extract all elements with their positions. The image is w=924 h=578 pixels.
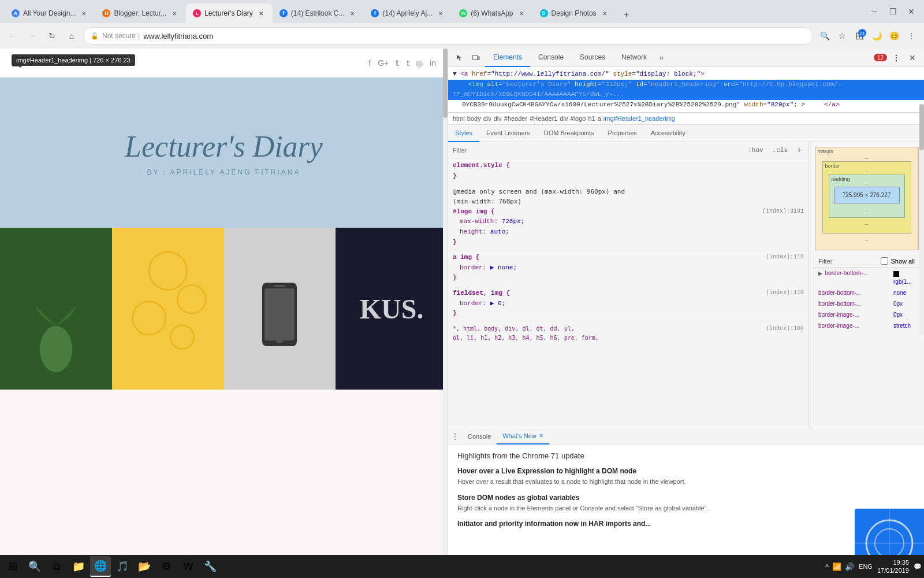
tab-close-2[interactable]: ✕ bbox=[170, 9, 179, 18]
explorer2-button[interactable]: 📂 bbox=[134, 556, 155, 577]
more-tabs-button[interactable]: » bbox=[655, 49, 668, 67]
instagram-icon[interactable]: ◎ bbox=[416, 58, 423, 68]
restore-button[interactable]: ❐ bbox=[885, 3, 901, 20]
whats-new-close[interactable]: ✕ bbox=[539, 432, 543, 439]
more-menu-icon[interactable]: ⋮ bbox=[903, 28, 919, 44]
breadcrumb-a[interactable]: a bbox=[598, 115, 601, 122]
thumbnail-4[interactable]: KUS. bbox=[336, 228, 448, 390]
dom-breakpoints-tab[interactable]: DOM Breakpoints bbox=[537, 125, 601, 142]
network-tab[interactable]: Network bbox=[613, 49, 655, 67]
browser-tab-5[interactable]: f (14) Aprilely Aj... ✕ bbox=[364, 3, 452, 23]
scrollbar-thumb[interactable] bbox=[443, 49, 448, 118]
tab-close-6[interactable]: ✕ bbox=[517, 9, 526, 18]
start-button[interactable]: ⊞ bbox=[2, 556, 23, 577]
breadcrumb-html[interactable]: html bbox=[453, 115, 465, 122]
task-view-button[interactable]: ⧉ bbox=[46, 556, 67, 577]
css-source-119: (index):119 bbox=[766, 253, 804, 262]
breadcrumb-body[interactable]: body bbox=[467, 115, 481, 122]
misc-button[interactable]: 🔧 bbox=[200, 556, 221, 577]
chrome-menu-icon[interactable]: ⊞ 21 bbox=[851, 28, 867, 44]
search-icon[interactable]: 🔍 bbox=[817, 28, 833, 44]
console-bottom-tab[interactable]: Console bbox=[462, 428, 497, 444]
browser-tab-7[interactable]: D Design Photos ✕ bbox=[533, 3, 616, 23]
tumblr-icon[interactable]: t bbox=[407, 58, 409, 68]
show-all-checkbox[interactable] bbox=[881, 257, 888, 265]
breadcrumb-header[interactable]: #header bbox=[504, 115, 527, 122]
page-scrollbar[interactable] bbox=[443, 49, 448, 555]
device-toolbar-button[interactable] bbox=[469, 51, 483, 65]
new-tab-button[interactable]: + bbox=[619, 7, 635, 23]
sources-tab[interactable]: Sources bbox=[572, 49, 613, 67]
address-bar[interactable]: 🔓 Not secure | www.lellyfitriana.com bbox=[83, 27, 813, 45]
error-badge[interactable]: 12 bbox=[874, 54, 887, 61]
word-button[interactable]: W bbox=[178, 556, 199, 577]
tray-arrow[interactable]: ^ bbox=[825, 562, 829, 571]
devtools-close-button[interactable]: ✕ bbox=[906, 51, 919, 65]
css-close-3: } bbox=[453, 274, 457, 281]
user-icon[interactable]: 😊 bbox=[886, 28, 902, 44]
thumbnail-1[interactable] bbox=[0, 228, 112, 390]
right-scrollbar-thumb[interactable] bbox=[919, 142, 924, 150]
expand-arrow-1[interactable]: ▶ bbox=[818, 271, 824, 276]
bottom-dots-button[interactable]: ⋮ bbox=[448, 429, 462, 443]
clock[interactable]: 19:35 17/01/2019 bbox=[877, 558, 909, 575]
chrome-taskbar-button[interactable]: 🌐 bbox=[90, 556, 111, 577]
chrome-titlebar: A All Your Design... ✕ B Blogger: Lectur… bbox=[0, 0, 924, 23]
browser-tab-2[interactable]: B Blogger: Lectur... ✕ bbox=[95, 3, 186, 23]
add-style-button[interactable]: + bbox=[795, 146, 804, 155]
thumbnail-3[interactable] bbox=[224, 228, 336, 390]
minimize-button[interactable]: ─ bbox=[866, 3, 882, 20]
apps-button[interactable]: ⚙ bbox=[156, 556, 177, 577]
console-tab[interactable]: Console bbox=[530, 49, 572, 67]
notification-center-button[interactable]: 💬 bbox=[914, 563, 922, 570]
volume-tray-icon[interactable]: 🔊 bbox=[845, 562, 854, 571]
whats-new-tab[interactable]: What's New ✕ bbox=[497, 428, 549, 444]
tab-close-4[interactable]: ✕ bbox=[348, 9, 357, 18]
language-indicator[interactable]: ENG bbox=[859, 563, 873, 570]
googleplus-icon[interactable]: G+ bbox=[378, 58, 389, 68]
network-tray-icon[interactable]: 📶 bbox=[832, 562, 841, 571]
forward-button[interactable]: → bbox=[24, 28, 40, 44]
tab-close-5[interactable]: ✕ bbox=[436, 9, 445, 18]
back-button[interactable]: ← bbox=[5, 28, 21, 44]
breadcrumb-div3[interactable]: div bbox=[560, 115, 568, 122]
elements-tab[interactable]: Elements bbox=[485, 49, 530, 67]
browser-tab-6[interactable]: W (6) WhatsApp ✕ bbox=[452, 3, 532, 23]
styles-filter-input[interactable] bbox=[453, 147, 741, 154]
cls-filter-button[interactable]: .cls bbox=[770, 146, 790, 155]
breadcrumb-div1[interactable]: div bbox=[483, 115, 491, 122]
thumbnail-2[interactable] bbox=[112, 228, 224, 390]
tab-close-3[interactable]: ✕ bbox=[256, 9, 266, 18]
file-explorer-button[interactable]: 📁 bbox=[68, 556, 89, 577]
breadcrumb-header1[interactable]: #Header1 bbox=[530, 115, 557, 122]
browser-tab-4[interactable]: f (14) Estrilook C... ✕ bbox=[273, 3, 364, 23]
css-selector: element.style { bbox=[453, 162, 510, 169]
reload-button[interactable]: ↻ bbox=[44, 28, 60, 44]
devtools-settings-button[interactable]: ⋮ bbox=[889, 51, 903, 65]
breadcrumb-h1[interactable]: h1 bbox=[588, 115, 595, 122]
search-taskbar-button[interactable]: 🔍 bbox=[24, 556, 45, 577]
styles-tab[interactable]: Styles bbox=[448, 125, 479, 142]
tab-close-7[interactable]: ✕ bbox=[600, 9, 609, 18]
breadcrumb-img[interactable]: img#Header1_headerimg bbox=[603, 115, 675, 122]
breadcrumb-div2[interactable]: div bbox=[494, 115, 502, 122]
bookmark-icon[interactable]: ☆ bbox=[834, 28, 850, 44]
inspect-element-button[interactable] bbox=[453, 51, 467, 65]
moon-icon[interactable]: 🌙 bbox=[869, 28, 885, 44]
browser-tab-1[interactable]: A All Your Design... ✕ bbox=[5, 3, 95, 23]
tab-close-1[interactable]: ✕ bbox=[79, 9, 88, 18]
right-panel-scrollbar[interactable] bbox=[919, 142, 924, 335]
linkedin-icon[interactable]: in bbox=[430, 58, 436, 68]
pseudo-filter-button[interactable]: :hov bbox=[746, 146, 765, 155]
padding-label: padding bbox=[832, 176, 850, 182]
facebook-icon[interactable]: f bbox=[368, 58, 371, 68]
accessibility-tab[interactable]: Accessibility bbox=[644, 125, 692, 142]
breadcrumb-logo[interactable]: #logo bbox=[571, 115, 586, 122]
browser-tab-3[interactable]: L Lecturer's Diary ✕ bbox=[186, 3, 273, 23]
spotify-button[interactable]: 🎵 bbox=[112, 556, 133, 577]
close-button[interactable]: ✕ bbox=[903, 3, 919, 20]
properties-tab[interactable]: Properties bbox=[601, 125, 644, 142]
twitter-icon[interactable]: 𝕥 bbox=[396, 58, 400, 68]
event-listeners-tab[interactable]: Event Listeners bbox=[479, 125, 537, 142]
home-button[interactable]: ⌂ bbox=[64, 28, 80, 44]
